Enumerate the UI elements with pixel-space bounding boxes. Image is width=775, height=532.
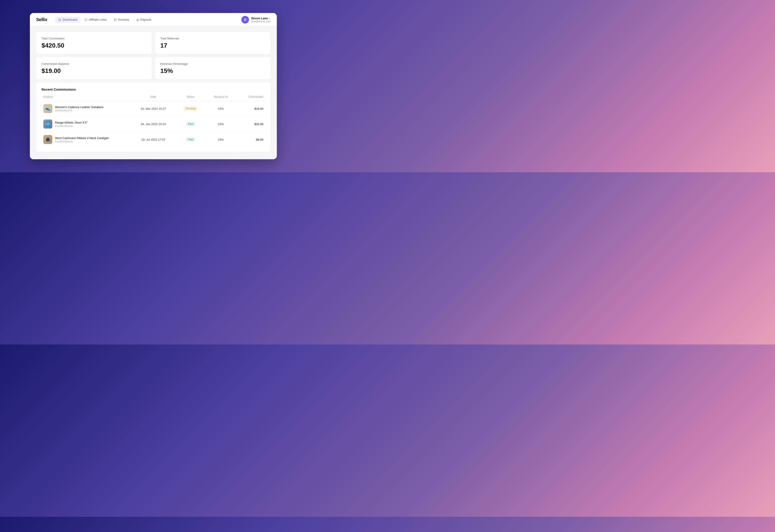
section-title-recent-commissions: Recent Commissions	[41, 87, 265, 91]
product-id-1: 60489a4ff1579	[55, 109, 103, 112]
nav-item-invoices[interactable]: ☷ Invoices	[111, 17, 132, 23]
product-name-2: Range Athletic Short 4.5"	[55, 121, 87, 124]
date-cell-2: 04, Jan 2022 20:24	[132, 122, 175, 126]
revenue-cell-3: 15%	[207, 138, 235, 141]
product-name-3: Wool Cashmere Ribbed V-Neck Cardigan	[55, 136, 109, 140]
revenue-cell-2: 15%	[207, 122, 235, 126]
user-info: Devon Lane ▾ lane@devon.com	[251, 17, 271, 23]
nav-item-payouts[interactable]: ◎ Payouts	[133, 17, 154, 23]
stats-grid-row1: Total Commission $420.50 Total Referrals…	[36, 32, 271, 54]
nav-item-dashboard[interactable]: ⊡ Dashboard	[55, 17, 80, 23]
stat-label-revenue-percentage: Revenue Percentage	[160, 62, 265, 65]
nav-label-affiliate-links: Affiliate Links	[89, 18, 106, 21]
avatar: D	[241, 16, 249, 24]
stat-card-revenue-percentage: Revenue Percentage 15%	[155, 57, 271, 79]
stat-card-total-commission: Total Commission $420.50	[36, 32, 152, 54]
nav-label-payouts: Payouts	[140, 18, 151, 21]
product-cell-3: 🧥 Wool Cashmere Ribbed V-Neck Cardigan 6…	[43, 135, 132, 144]
col-header-date: Date	[132, 95, 175, 98]
recent-commissions-section: Recent Commissions Product Date Status R…	[36, 83, 271, 152]
stat-value-commission-balance: $19.00	[41, 67, 146, 74]
col-header-status: Status	[175, 95, 207, 98]
status-cell-1: Pending	[175, 106, 207, 111]
user-email: lane@devon.com	[251, 20, 271, 23]
link-icon: ⚇	[84, 18, 87, 22]
app-container: Sellix ⊡ Dashboard ⚇ Affiliate Links ☷ I…	[30, 13, 277, 159]
stat-card-total-referrals: Total Referrals 17	[155, 32, 271, 54]
col-header-commission: Commission	[235, 95, 263, 98]
product-thumbnail-2: 🩳	[43, 120, 52, 129]
product-id-2: 61d45fc35eb2b	[55, 125, 87, 127]
product-name-1: Women's Cadence Leather Sneakers	[55, 105, 103, 109]
product-cell-2: 🩳 Range Athletic Short 4.5" 61d45fc35eb2…	[43, 120, 132, 129]
commission-cell-1: $19.00	[235, 107, 263, 110]
chevron-down-icon: ▾	[269, 17, 270, 20]
user-name: Devon Lane ▾	[251, 17, 271, 20]
commission-cell-2: $32.00	[235, 122, 263, 126]
main-content: Total Commission $420.50 Total Referrals…	[30, 26, 277, 159]
col-header-product: Product	[43, 95, 132, 98]
nav-label-invoices: Invoices	[118, 18, 129, 21]
product-id-3: 61d45fc35eb2b	[55, 140, 109, 143]
thumb-image-cardigan: 🧥	[43, 135, 52, 144]
date-cell-3: 19, Jul 2022 17:57	[132, 138, 175, 141]
product-info-1: Women's Cadence Leather Sneakers 60489a4…	[55, 105, 103, 112]
stat-value-revenue-percentage: 15%	[160, 67, 265, 74]
stat-value-total-referrals: 17	[160, 42, 265, 49]
stat-label-total-commission: Total Commission	[41, 37, 146, 40]
stat-value-total-commission: $420.50	[41, 42, 146, 49]
status-cell-3: Paid	[175, 137, 207, 142]
table-row: 👟 Women's Cadence Leather Sneakers 60489…	[41, 101, 265, 116]
status-badge-paid-3: Paid	[186, 137, 196, 142]
status-cell-2: Paid	[175, 122, 207, 126]
status-badge-paid-2: Paid	[186, 122, 196, 126]
dashboard-icon: ⊡	[58, 18, 61, 22]
nav-label-dashboard: Dashboard	[62, 18, 77, 21]
navbar: Sellix ⊡ Dashboard ⚇ Affiliate Links ☷ I…	[30, 13, 277, 26]
col-header-revenue: Revenue %	[207, 95, 235, 98]
status-badge-pending-1: Pending	[183, 106, 198, 111]
product-cell-1: 👟 Women's Cadence Leather Sneakers 60489…	[43, 104, 132, 113]
table-header: Product Date Status Revenue % Commission	[41, 95, 265, 101]
product-info-2: Range Athletic Short 4.5" 61d45fc35eb2b	[55, 121, 87, 127]
stats-grid-row2: Commission Balance $19.00 Revenue Percen…	[36, 57, 271, 79]
product-info-3: Wool Cashmere Ribbed V-Neck Cardigan 61d…	[55, 136, 109, 143]
thumb-image-shorts: 🩳	[43, 120, 52, 129]
thumb-image-shoe: 👟	[43, 104, 52, 113]
product-thumbnail-1: 👟	[43, 104, 52, 113]
stat-label-total-referrals: Total Referrals	[160, 37, 265, 40]
table-row: 🧥 Wool Cashmere Ribbed V-Neck Cardigan 6…	[41, 132, 265, 147]
product-thumbnail-3: 🧥	[43, 135, 52, 144]
stat-card-commission-balance: Commission Balance $19.00	[36, 57, 152, 79]
date-cell-1: 10, Mar 2021 15:37	[132, 107, 175, 110]
payout-icon: ◎	[136, 18, 139, 22]
user-menu[interactable]: D Devon Lane ▾ lane@devon.com	[241, 16, 271, 24]
table-row: 🩳 Range Athletic Short 4.5" 61d45fc35eb2…	[41, 116, 265, 132]
nav-item-affiliate-links[interactable]: ⚇ Affiliate Links	[81, 17, 109, 23]
stat-label-commission-balance: Commission Balance	[41, 62, 146, 65]
invoice-icon: ☷	[114, 18, 117, 22]
logo: Sellix	[36, 17, 47, 22]
nav-links: ⊡ Dashboard ⚇ Affiliate Links ☷ Invoices…	[55, 17, 241, 23]
revenue-cell-1: 15%	[207, 107, 235, 110]
commission-cell-3: $9.00	[235, 138, 263, 141]
